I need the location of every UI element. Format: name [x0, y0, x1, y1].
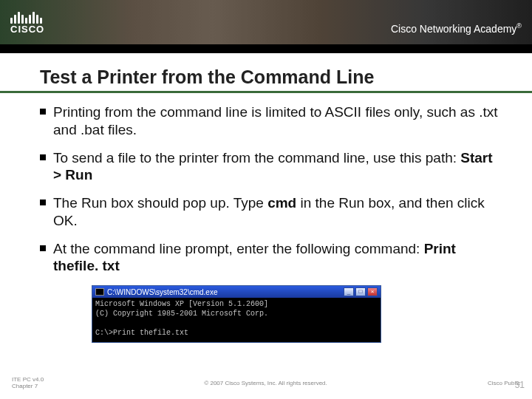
bullet-text: At the command line prompt, enter the fo… [53, 240, 499, 276]
bullet-item: To send a file to the printer from the c… [40, 149, 499, 185]
cisco-logo: CISCO [0, 10, 44, 35]
bullet-item: At the command line prompt, enter the fo… [40, 240, 499, 276]
cmd-window-buttons: _ □ × [344, 287, 378, 296]
title-underline [0, 91, 532, 93]
cisco-logo-text: CISCO [10, 24, 44, 35]
bullet-marker [40, 154, 46, 160]
bullet-marker [40, 245, 46, 251]
slide-footer: ITE PC v4.0 Chapter 7 © 2007 Cisco Syste… [0, 376, 532, 390]
cmd-window: C:\WINDOWS\system32\cmd.exe _ □ × Micros… [92, 285, 381, 343]
registered-mark: ® [516, 22, 522, 30]
cmd-icon [95, 288, 104, 296]
cisco-logo-bars [10, 10, 42, 24]
minimize-button[interactable]: _ [344, 287, 354, 296]
cmd-body: Microsoft Windows XP [Version 5.1.2600] … [92, 298, 381, 342]
bullet-marker [40, 109, 46, 115]
academy-label: Cisco Networking Academy® [391, 22, 522, 35]
page-number: 31 [515, 380, 525, 390]
maximize-button[interactable]: □ [355, 287, 366, 296]
cmd-title-text: C:\WINDOWS\system32\cmd.exe [107, 288, 217, 296]
cmd-titlebar: C:\WINDOWS\system32\cmd.exe _ □ × [92, 286, 381, 298]
slide-header: CISCO Cisco Networking Academy® [0, 0, 532, 44]
bullet-item: The Run box should pop up. Type cmd in t… [40, 194, 499, 230]
slide-content: Test a Printer from the Command Line Pri… [0, 53, 532, 343]
slide-title: Test a Printer from the Command Line [40, 66, 499, 88]
bullet-text: To send a file to the printer from the c… [53, 149, 499, 185]
footer-copyright: © 2007 Cisco Systems, Inc. All rights re… [44, 380, 488, 386]
close-button[interactable]: × [367, 287, 378, 296]
footer-left: ITE PC v4.0 Chapter 7 [12, 376, 44, 390]
bullet-text: Printing from the command line is limite… [53, 103, 499, 139]
header-black-bar [0, 44, 532, 53]
bullet-marker [40, 200, 46, 205]
bullet-item: Printing from the command line is limite… [40, 103, 499, 139]
bullet-text: The Run box should pop up. Type cmd in t… [53, 194, 499, 230]
